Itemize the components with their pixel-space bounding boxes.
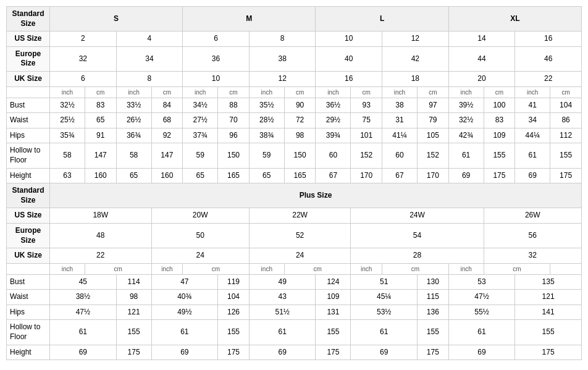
uk-size-12: 12 (249, 71, 316, 86)
eu-size-42: 42 (382, 46, 449, 71)
hollow-floor-row-s2: Hollow to Floor 61 155 61 155 61 155 61 … (7, 320, 582, 345)
europe-size-label-2: Europe Size (7, 223, 50, 248)
unit-empty (7, 86, 50, 98)
bust-s1-c11: 38 (382, 98, 418, 113)
standard-size-label-1: Standard Size (7, 7, 50, 32)
unit-inch-6: inch (382, 86, 418, 98)
waist-row-s2: Waist 38½ 98 40¾ 104 43 109 45¼ 115 47½ … (7, 290, 582, 305)
us-size-2: 2 (50, 32, 117, 47)
us-size-row-s2: US Size 18W 20W 22W 24W 26W (7, 208, 582, 224)
unit-inch-2: inch (116, 86, 151, 98)
bust-s1-c9: 36½ (316, 98, 351, 113)
hollow-floor-row-s1: Hollow to Floor 58 147 58 147 59 150 59 … (7, 143, 582, 168)
hips-row-s2: Hips 47½ 121 49½ 126 51½ 131 53½ 136 55½… (7, 305, 582, 320)
bust-s1-c8: 90 (284, 98, 316, 113)
bust-s1-c7: 35½ (249, 98, 284, 113)
bust-label-2: Bust (7, 274, 50, 290)
unit-inch-1: inch (50, 86, 85, 98)
eu-size-52: 52 (249, 223, 351, 248)
bust-label-1: Bust (7, 98, 50, 113)
unit-row-s2: inch cm inch cm inch cm inch cm inch cm (7, 263, 582, 274)
us-size-8: 8 (249, 32, 316, 47)
us-size-label-1: US Size (7, 32, 50, 47)
eu-size-38: 38 (249, 46, 316, 71)
plus-size-header: Plus Size (50, 183, 582, 208)
unit-cm-2: cm (151, 86, 183, 98)
us-size-24w: 24W (351, 208, 484, 224)
uk-size-8: 8 (116, 71, 183, 86)
unit-cm-6: cm (417, 86, 448, 98)
uk-size-6: 6 (50, 71, 117, 86)
uk-size-16: 16 (316, 71, 382, 86)
unit-cm-8: cm (550, 86, 582, 98)
uk-size-32: 32 (484, 248, 581, 264)
us-size-10: 10 (316, 32, 382, 47)
us-size-label-2: US Size (7, 208, 50, 224)
eu-size-32: 32 (50, 46, 117, 71)
unit-cm-1: cm (85, 86, 116, 98)
us-size-12: 12 (382, 32, 449, 47)
europe-size-row-s2: Europe Size 48 50 52 54 56 (7, 223, 582, 248)
bust-s1-c12: 97 (417, 98, 448, 113)
bust-row-s2: Bust 45 114 47 119 49 124 51 130 53 135 (7, 274, 582, 290)
hips-label-1: Hips (7, 128, 50, 143)
hollow-floor-label-1: Hollow to Floor (7, 143, 50, 168)
bust-s1-c1: 32½ (50, 98, 85, 113)
bust-s1-c14: 100 (484, 98, 515, 113)
uk-size-22b: 22 (50, 248, 152, 264)
eu-size-46: 46 (515, 46, 582, 71)
us-size-16: 16 (515, 32, 582, 47)
hips-row-s1: Hips 35¾ 91 36¾ 92 37¾ 96 38¾ 98 39¾ 101… (7, 128, 582, 143)
bust-s1-c5: 34½ (183, 98, 218, 113)
bust-s1-c16: 104 (550, 98, 582, 113)
bust-s1-c15: 41 (515, 98, 550, 113)
uk-size-24b: 24 (151, 248, 249, 264)
eu-size-50: 50 (151, 223, 249, 248)
waist-row-s1: Waist 25½ 65 26½ 68 27½ 70 28½ 72 29½ 75… (7, 113, 582, 128)
unit-cm-3: cm (218, 86, 250, 98)
bust-s1-c3: 33½ (116, 98, 151, 113)
us-size-26w: 26W (484, 208, 581, 224)
uk-size-10: 10 (183, 71, 250, 86)
unit-inch-4: inch (249, 86, 284, 98)
unit-inch-7: inch (448, 86, 484, 98)
europe-size-label-1: Europe Size (7, 46, 50, 71)
us-size-4: 4 (116, 32, 183, 47)
unit-inch-3: inch (183, 86, 218, 98)
us-size-20w: 20W (151, 208, 249, 224)
height-row-s1: Height 63 160 65 160 65 165 65 165 67 17… (7, 168, 582, 183)
eu-size-34: 34 (116, 46, 183, 71)
us-size-22w: 22W (249, 208, 351, 224)
bust-s1-c4: 84 (151, 98, 183, 113)
height-label-2: Height (7, 345, 50, 360)
size-m-header: M (183, 7, 316, 32)
hollow-floor-label-2: Hollow to Floor (7, 320, 50, 345)
eu-size-40: 40 (316, 46, 382, 71)
standard-size-label-2: Standard Size (7, 183, 50, 208)
us-size-14: 14 (448, 32, 515, 47)
eu-size-54: 54 (351, 223, 484, 248)
uk-size-label-2: UK Size (7, 248, 50, 264)
unit-cm-5: cm (351, 86, 382, 98)
size-xl-header: XL (448, 7, 581, 32)
hips-label-2: Hips (7, 305, 50, 320)
eu-size-48: 48 (50, 223, 152, 248)
height-row-s2: Height 69 175 69 175 69 175 69 175 69 17… (7, 345, 582, 360)
bust-s1-c6: 88 (218, 98, 250, 113)
unit-inch-5: inch (316, 86, 351, 98)
bust-s1-c2: 83 (85, 98, 116, 113)
waist-label-2: Waist (7, 290, 50, 305)
eu-size-56: 56 (484, 223, 581, 248)
bust-s1-c13: 39½ (448, 98, 484, 113)
size-s-header: S (50, 7, 183, 32)
uk-size-row-s2: UK Size 22 24 24 28 32 (7, 248, 582, 264)
height-label-1: Height (7, 168, 50, 183)
bust-s1-c10: 93 (351, 98, 382, 113)
uk-size-24c: 24 (249, 248, 351, 264)
uk-size-22: 22 (515, 71, 582, 86)
uk-size-28: 28 (351, 248, 484, 264)
us-size-18w: 18W (50, 208, 152, 224)
uk-size-label-1: UK Size (7, 71, 50, 86)
unit-cm-4: cm (284, 86, 316, 98)
us-size-6: 6 (183, 32, 250, 47)
